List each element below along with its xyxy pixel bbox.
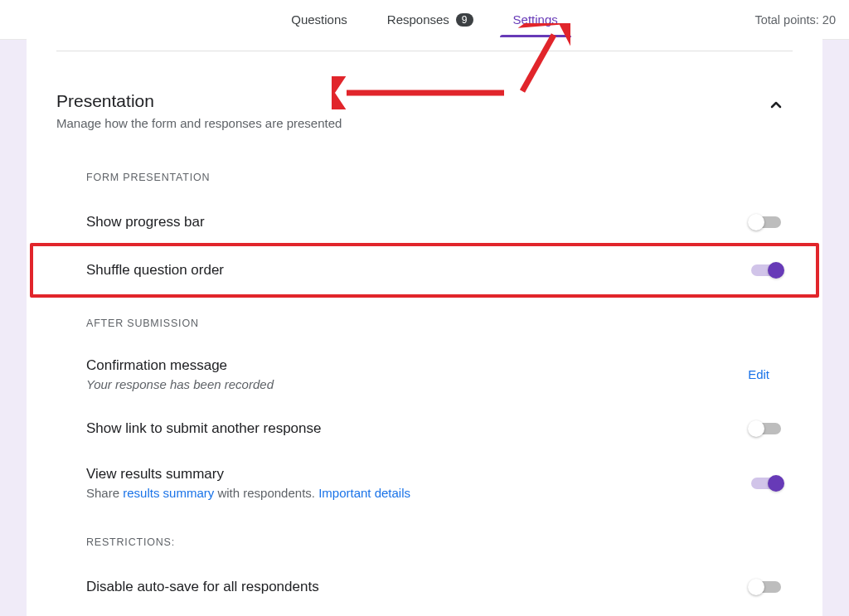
setting-confirmation-message: Confirmation message Your response has b… <box>56 344 793 405</box>
chevron-up-icon[interactable] <box>766 95 786 121</box>
group-label-restrictions: RESTRICTIONS: <box>86 536 793 548</box>
toggle-shuffle-question-order[interactable] <box>748 262 784 279</box>
divider <box>56 51 793 51</box>
setting-label: Show progress bar <box>86 214 748 230</box>
setting-label: View results summary <box>86 466 748 483</box>
setting-label: Disable auto-save for all respondents <box>86 579 748 595</box>
group-label-form-presentation: FORM PRESENTATION <box>86 172 793 183</box>
presentation-section-header[interactable]: Presentation Manage how the form and res… <box>56 85 793 130</box>
setting-label: Shuffle question order <box>86 262 748 279</box>
annotation-highlight-box: Shuffle question order <box>30 243 819 298</box>
setting-label: Show link to submit another response <box>86 420 748 437</box>
section-subtitle: Manage how the form and responses are pr… <box>56 116 342 130</box>
tab-settings[interactable]: Settings <box>510 2 561 36</box>
results-summary-link[interactable]: results summary <box>123 486 214 500</box>
setting-disable-autosave: Disable auto-save for all respondents <box>56 563 793 611</box>
total-points-label: Total points: 20 <box>754 13 836 27</box>
setting-show-link-submit-another: Show link to submit another response <box>56 405 793 453</box>
toggle-show-progress-bar[interactable] <box>748 214 784 230</box>
tab-questions[interactable]: Questions <box>288 2 351 36</box>
setting-sub: Your response has been recorded <box>86 377 748 391</box>
edit-confirmation-button[interactable]: Edit <box>748 367 769 381</box>
toggle-show-link-submit-another[interactable] <box>748 420 784 437</box>
toggle-view-results-summary[interactable] <box>748 475 784 492</box>
section-title: Presentation <box>56 91 342 111</box>
toggle-disable-autosave[interactable] <box>748 579 784 595</box>
setting-label: Confirmation message <box>86 357 748 374</box>
settings-card: Presentation Manage how the form and res… <box>27 39 822 616</box>
tab-responses-label: Responses <box>387 12 449 27</box>
responses-count-badge: 9 <box>456 13 473 27</box>
setting-sub: Share results summary with respondents. … <box>86 486 748 500</box>
tab-bar: Questions Responses 9 Settings Total poi… <box>0 0 849 40</box>
setting-show-progress-bar: Show progress bar <box>56 198 793 246</box>
setting-shuffle-question-order: Shuffle question order <box>56 246 793 294</box>
setting-view-results-summary: View results summary Share results summa… <box>56 453 793 513</box>
important-details-link[interactable]: Important details <box>318 486 410 500</box>
group-label-after-submission: AFTER SUBMISSION <box>86 318 793 329</box>
tab-responses[interactable]: Responses 9 <box>384 2 477 36</box>
